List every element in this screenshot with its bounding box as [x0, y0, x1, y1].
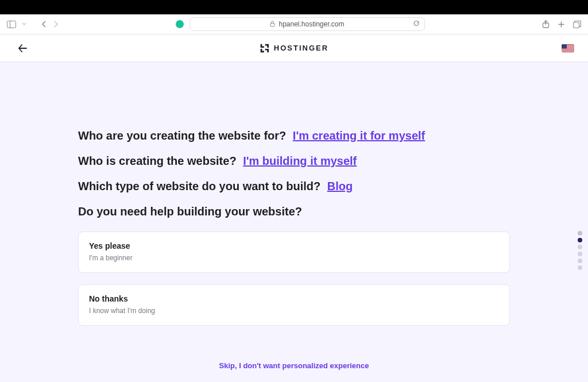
progress-dot — [578, 238, 582, 242]
question-text: Who is creating the website? — [78, 155, 237, 167]
option-card-yes[interactable]: Yes please I'm a beginner — [78, 231, 510, 273]
progress-dot — [578, 258, 582, 263]
brand-name: HOSTINGER — [274, 44, 328, 52]
url-text: hpanel.hostinger.com — [278, 20, 344, 28]
question-line-4: Do you need help building your website? — [78, 204, 510, 219]
option-card-no[interactable]: No thanks I know what I'm doing — [78, 284, 510, 326]
skip-link[interactable]: Skip, I don't want personalized experien… — [78, 361, 510, 370]
address-bar[interactable]: hpanel.hostinger.com — [189, 17, 425, 31]
svg-rect-11 — [562, 51, 574, 51]
app-header: HOSTINGER — [0, 34, 588, 62]
locale-flag-us[interactable] — [562, 44, 574, 52]
option-subtitle: I'm a beginner — [89, 254, 499, 262]
answer-link[interactable]: I'm building it myself — [243, 155, 357, 167]
answer-link[interactable]: I'm creating it for myself — [293, 129, 425, 142]
question-text: Do you need help building your website? — [78, 205, 302, 218]
question-text: Which type of website do you want to bui… — [78, 180, 320, 192]
svg-rect-2 — [270, 23, 274, 26]
svg-rect-9 — [562, 48, 574, 49]
new-tab-icon[interactable] — [558, 21, 565, 28]
svg-rect-4 — [574, 22, 579, 28]
progress-dot — [578, 245, 582, 249]
hostinger-logo-icon — [260, 43, 270, 53]
progress-dot — [578, 252, 582, 256]
question-line-1: Who are you creating the website for? I'… — [78, 128, 510, 143]
progress-indicator — [578, 231, 582, 270]
refresh-icon[interactable] — [413, 20, 420, 29]
nav-back-icon[interactable] — [41, 20, 47, 28]
svg-rect-0 — [7, 21, 16, 28]
svg-rect-10 — [562, 49, 574, 50]
onboarding-content: Who are you creating the website for? I'… — [78, 62, 510, 370]
progress-dot — [578, 265, 582, 270]
answer-link[interactable]: Blog — [327, 180, 353, 192]
brand-logo: HOSTINGER — [260, 43, 328, 53]
tabs-overview-icon[interactable] — [573, 21, 581, 28]
question-text: Who are you creating the website for? — [78, 129, 286, 142]
svg-rect-12 — [562, 44, 567, 49]
option-title: Yes please — [89, 241, 499, 250]
browser-toolbar: hpanel.hostinger.com — [0, 14, 588, 34]
chevron-down-icon[interactable] — [22, 22, 26, 26]
question-line-3: Which type of website do you want to bui… — [78, 179, 510, 194]
option-title: No thanks — [89, 294, 499, 303]
sidebar-toggle-icon[interactable] — [7, 21, 16, 28]
option-subtitle: I know what I'm doing — [89, 307, 499, 315]
share-icon[interactable] — [542, 20, 550, 28]
window-titlebar — [0, 0, 588, 14]
back-button[interactable] — [17, 43, 28, 53]
progress-dot — [578, 231, 582, 236]
extension-grammarly-icon[interactable] — [176, 20, 184, 28]
nav-forward-icon[interactable] — [53, 20, 59, 28]
question-line-2: Who is creating the website? I'm buildin… — [78, 153, 510, 168]
lock-icon — [270, 21, 275, 28]
